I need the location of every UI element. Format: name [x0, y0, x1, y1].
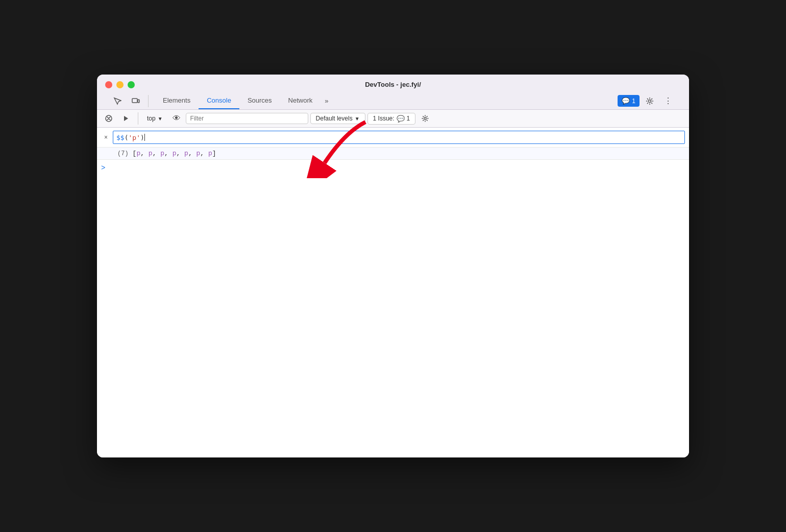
close-button[interactable]: [105, 81, 112, 88]
more-options-button[interactable]: ⋮: [660, 93, 677, 109]
console-input[interactable]: $$('p'): [113, 131, 685, 144]
window-controls: [105, 81, 135, 88]
tab-bar-right: 💬 1 ⋮: [618, 93, 677, 109]
svg-rect-2: [138, 100, 139, 103]
console-content: × $$('p') (7) [p, p, p, p, p, p, p] >: [97, 128, 689, 457]
inspect-element-button[interactable]: [109, 94, 126, 108]
svg-rect-1: [132, 99, 137, 103]
clear-console-button[interactable]: [101, 112, 116, 125]
console-input-row: × $$('p'): [97, 128, 689, 148]
input-clear-button[interactable]: ×: [101, 133, 111, 142]
devtools-window: DevTools - jec.fyi/: [97, 75, 689, 457]
result-array: [p, p, p, p, p, p, p]: [133, 150, 216, 157]
run-button[interactable]: [118, 112, 134, 125]
minimize-button[interactable]: [116, 81, 124, 88]
tab-network[interactable]: Network: [280, 92, 321, 109]
settings-button[interactable]: [642, 94, 658, 108]
console-prompt-row[interactable]: >: [97, 160, 689, 176]
tab-console[interactable]: Console: [199, 92, 239, 109]
console-toolbar: top ▼ 👁 Default levels ▼ 1 Issue: 💬 1: [97, 110, 689, 128]
window-title: DevTools - jec.fyi/: [365, 81, 421, 88]
live-expressions-button[interactable]: 👁: [169, 112, 184, 125]
svg-marker-5: [124, 116, 128, 121]
prompt-chevron: >: [101, 164, 105, 172]
tab-divider: [148, 95, 149, 107]
dropdown-icon: ▼: [355, 116, 360, 122]
tab-bar: Elements Console Sources Network » 💬: [105, 92, 681, 109]
console-result-row: (7) [p, p, p, p, p, p, p]: [97, 148, 689, 160]
maximize-button[interactable]: [128, 81, 135, 88]
filter-input[interactable]: [186, 113, 308, 124]
context-selector[interactable]: top ▼: [142, 113, 167, 124]
issues-badge[interactable]: 💬 1: [618, 95, 640, 107]
console-settings-button[interactable]: [417, 112, 433, 125]
tab-bar-left-icons: [109, 94, 151, 108]
tab-area: Elements Console Sources Network » 💬: [105, 92, 681, 109]
log-level-selector[interactable]: Default levels ▼: [310, 113, 365, 124]
device-toolbar-button[interactable]: [128, 94, 144, 108]
svg-point-6: [424, 117, 426, 119]
chat-icon: 💬: [397, 115, 405, 123]
dropdown-icon: ▼: [158, 116, 163, 122]
tab-more-button[interactable]: »: [321, 93, 332, 109]
title-bar: DevTools - jec.fyi/: [97, 75, 689, 110]
issues-icon: 💬: [622, 97, 630, 105]
result-count: (7): [117, 150, 129, 157]
issues-button[interactable]: 1 Issue: 💬 1: [367, 113, 416, 125]
tab-sources[interactable]: Sources: [239, 92, 280, 109]
tab-elements[interactable]: Elements: [155, 92, 199, 109]
svg-point-3: [649, 100, 651, 102]
toolbar-divider: [138, 112, 138, 125]
